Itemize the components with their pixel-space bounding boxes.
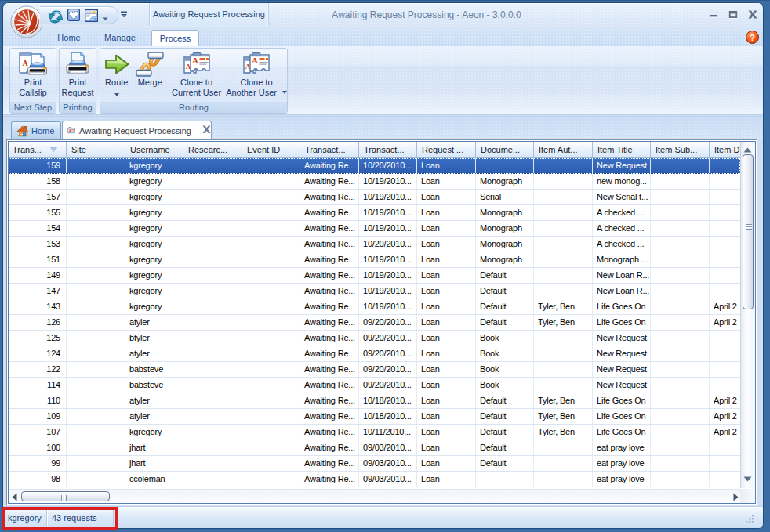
maximize-button[interactable] bbox=[728, 10, 738, 21]
horizontal-scrollbar[interactable] bbox=[9, 489, 740, 503]
minimize-button[interactable] bbox=[710, 10, 717, 21]
grid-row-149[interactable]: 149kgregoryAwaiting Re...10/19/2010...Lo… bbox=[9, 268, 740, 284]
column-header-10[interactable]: Item Title bbox=[594, 142, 651, 157]
ribbon-group-printing: Print Request Printing bbox=[59, 48, 96, 114]
grid-cell: Loan bbox=[418, 205, 476, 220]
grid-row-155[interactable]: 155kgregoryAwaiting Re...10/19/2010...Lo… bbox=[9, 205, 740, 221]
column-header-8[interactable]: Docume... bbox=[477, 142, 534, 157]
grid-row-110[interactable]: 110atylerAwaiting Re...10/18/2010...Loan… bbox=[9, 393, 740, 409]
grid-cell bbox=[243, 190, 300, 204]
close-button[interactable] bbox=[748, 10, 757, 21]
grid-cell bbox=[535, 346, 593, 361]
grid-cell: Life Goes On bbox=[594, 409, 651, 424]
grid-row-100[interactable]: 100jhartAwaiting Re...09/03/2010...LoanD… bbox=[9, 440, 740, 456]
grid-cell bbox=[67, 221, 125, 236]
grid-header-row: Trans...SiteUsernameResearc...Event IDTr… bbox=[9, 142, 746, 158]
help-icon[interactable]: ? bbox=[746, 31, 759, 44]
horizontal-scrollbar-thumb[interactable] bbox=[21, 491, 110, 501]
grid-cell: kgregory bbox=[126, 237, 183, 252]
column-header-label: Transact... bbox=[305, 145, 346, 154]
vertical-scrollbar-thumb[interactable] bbox=[743, 154, 754, 309]
grid-cell: 10/19/2010... bbox=[360, 205, 417, 220]
ribbon-tab-manage[interactable]: Manage bbox=[97, 29, 143, 46]
toolbar-options-dropdown-icon[interactable] bbox=[102, 14, 108, 24]
grid-cell bbox=[243, 284, 300, 299]
column-header-7[interactable]: Request ... bbox=[418, 142, 476, 157]
column-header-1[interactable]: Site bbox=[67, 142, 125, 157]
grid-row-107[interactable]: 107kgregoryAwaiting Re...10/11/2010...Lo… bbox=[9, 425, 740, 440]
refresh-icon[interactable] bbox=[48, 9, 64, 26]
scroll-left-icon[interactable] bbox=[12, 493, 17, 503]
grid-cell: Loan bbox=[418, 440, 476, 455]
grid-cell bbox=[67, 440, 125, 455]
grid-row-151[interactable]: 151kgregoryAwaiting Re...10/19/2010...Lo… bbox=[9, 252, 740, 268]
grid-cell: Loan bbox=[418, 284, 476, 299]
route-button[interactable]: Route bbox=[100, 49, 133, 102]
vertical-scrollbar[interactable] bbox=[740, 142, 755, 488]
grid-row-154[interactable]: 154kgregoryAwaiting Re...10/19/2010...Lo… bbox=[9, 221, 740, 237]
print-request-button[interactable]: Print Request bbox=[60, 49, 96, 102]
route-icon bbox=[104, 52, 129, 77]
grid-cell bbox=[652, 378, 710, 393]
scroll-right-icon[interactable] bbox=[733, 493, 739, 503]
grid-cell bbox=[243, 425, 300, 440]
grid-row-126[interactable]: 126atylerAwaiting Re...09/20/2010...Loan… bbox=[9, 315, 740, 331]
ribbon-tab-process[interactable]: Process bbox=[151, 30, 199, 46]
grid-cell: eat pray love bbox=[594, 440, 651, 455]
customize-quick-access-toolbar-icon[interactable] bbox=[120, 10, 128, 20]
clone-to-current-user-button[interactable]: A A Clone to bbox=[167, 49, 226, 102]
column-header-5[interactable]: Transact... bbox=[301, 142, 359, 157]
grid-cell: Loan bbox=[418, 456, 476, 471]
grid-cell: Tyler, Ben bbox=[535, 315, 593, 330]
application-menu-button[interactable] bbox=[10, 5, 43, 38]
grid-cell: 09/20/2010... bbox=[360, 362, 417, 377]
grid-row-125[interactable]: 125btylerAwaiting Re...09/20/2010...Loan… bbox=[9, 331, 740, 346]
grid-cell bbox=[652, 315, 710, 330]
scroll-down-icon[interactable] bbox=[743, 474, 752, 483]
grid-row-147[interactable]: 147kgregoryAwaiting Re...10/19/2010...Lo… bbox=[9, 284, 740, 299]
grid-row-157[interactable]: 157kgregoryAwaiting Re...10/19/2010...Lo… bbox=[9, 190, 740, 205]
column-header-9[interactable]: Item Aut... bbox=[535, 142, 593, 157]
document-tab-home[interactable]: Home bbox=[11, 121, 61, 139]
grid-row-98[interactable]: 98ccolemanAwaiting Re...09/03/2010...Loa… bbox=[9, 472, 740, 487]
grid-cell: 09/03/2010... bbox=[360, 456, 417, 471]
favorites-icon[interactable] bbox=[67, 9, 80, 23]
grid-cell: 157 bbox=[9, 190, 67, 204]
grid-cell bbox=[243, 252, 300, 267]
grid-row-114[interactable]: 114babsteveAwaiting Re...09/20/2010...Lo… bbox=[9, 378, 740, 393]
window-icon[interactable] bbox=[85, 9, 98, 24]
grid-cell bbox=[184, 284, 242, 299]
grid-row-109[interactable]: 109atylerAwaiting Re...10/18/2010...Loan… bbox=[9, 409, 740, 425]
resize-grip[interactable] bbox=[745, 514, 755, 524]
scroll-up-icon[interactable] bbox=[743, 145, 752, 154]
column-header-11[interactable]: Item Sub... bbox=[652, 142, 710, 157]
grid-cell: New Request bbox=[594, 346, 651, 361]
grid-cell: Awaiting Re... bbox=[301, 252, 359, 267]
grid-cell: 110 bbox=[9, 393, 67, 408]
grid-row-122[interactable]: 122babsteveAwaiting Re...09/20/2010...Lo… bbox=[9, 362, 740, 378]
grid-row-143[interactable]: 143kgregoryAwaiting Re...10/19/2010...Lo… bbox=[9, 299, 740, 315]
grid-cell bbox=[652, 440, 710, 455]
grid-cell: 09/20/2010... bbox=[360, 315, 417, 330]
column-header-0[interactable]: Trans... bbox=[9, 142, 67, 157]
print-callslip-button[interactable]: A Print Callslip bbox=[10, 49, 56, 102]
grid-cell: 10/19/2010... bbox=[360, 284, 417, 299]
document-tab-awaiting-request-processing[interactable]: A Awaiting Request Processing bbox=[62, 121, 212, 139]
grid-row-124[interactable]: 124atylerAwaiting Re...09/20/2010...Loan… bbox=[9, 346, 740, 362]
grid-cell bbox=[652, 237, 710, 252]
grid-row-99[interactable]: 99jhartAwaiting Re...09/03/2010...LoanDe… bbox=[9, 456, 740, 472]
clone-to-another-user-button[interactable]: A A Clone to Anoth bbox=[226, 49, 287, 102]
column-header-4[interactable]: Event ID bbox=[243, 142, 300, 157]
column-header-2[interactable]: Username bbox=[126, 142, 183, 157]
column-header-label: Request ... bbox=[422, 145, 463, 154]
svg-text:A: A bbox=[252, 56, 258, 65]
column-header-6[interactable]: Transact... bbox=[360, 142, 417, 157]
ribbon-tab-home[interactable]: Home bbox=[49, 29, 89, 46]
grid-row-158[interactable]: 158kgregoryAwaiting Re...10/19/2010...Lo… bbox=[9, 174, 740, 190]
grid-row-159[interactable]: 159kgregoryAwaiting Re...10/20/2010...Lo… bbox=[9, 158, 740, 174]
merge-button[interactable]: Merge bbox=[133, 49, 167, 102]
grid-row-153[interactable]: 153kgregoryAwaiting Re...10/20/2010...Lo… bbox=[9, 237, 740, 252]
close-tab-icon[interactable] bbox=[202, 125, 211, 136]
grid-cell: 09/20/2010... bbox=[360, 346, 417, 361]
column-header-3[interactable]: Researc... bbox=[184, 142, 242, 157]
